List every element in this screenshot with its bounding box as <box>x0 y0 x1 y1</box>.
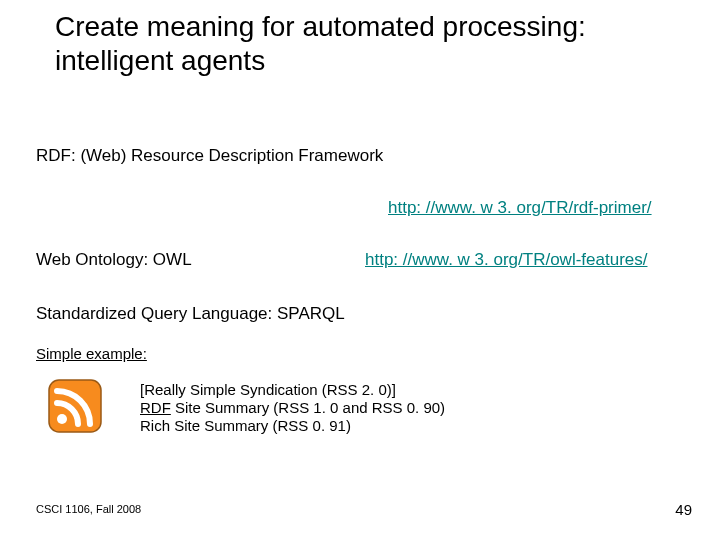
footer-course: CSCI 1106, Fall 2008 <box>36 503 141 515</box>
owl-features-link[interactable]: http: //www. w 3. org/TR/owl-features/ <box>365 250 647 270</box>
slide: Create meaning for automated processing:… <box>0 0 720 540</box>
rss-icon <box>48 379 102 433</box>
owl-heading: Web Ontology: OWL <box>36 250 192 270</box>
simple-example-label: Simple example: <box>36 345 147 362</box>
sparql-heading: Standardized Query Language: SPARQL <box>36 304 345 324</box>
page-number: 49 <box>675 501 692 518</box>
rdf-heading: RDF: (Web) Resource Description Framewor… <box>36 146 383 166</box>
rss-line-2-rdf: RDF <box>140 399 171 416</box>
svg-rect-0 <box>49 380 101 432</box>
slide-title: Create meaning for automated processing:… <box>55 10 675 77</box>
rss-line-1: [Really Simple Syndication (RSS 2. 0)] <box>140 381 445 399</box>
svg-point-1 <box>57 414 67 424</box>
rss-line-2-rest: Site Summary (RSS 1. 0 and RSS 0. 90) <box>171 399 445 416</box>
rss-text-block: [Really Simple Syndication (RSS 2. 0)] R… <box>140 381 445 435</box>
rss-line-2: RDF Site Summary (RSS 1. 0 and RSS 0. 90… <box>140 399 445 417</box>
rss-line-3: Rich Site Summary (RSS 0. 91) <box>140 417 445 435</box>
rdf-primer-link[interactable]: http: //www. w 3. org/TR/rdf-primer/ <box>388 198 652 218</box>
